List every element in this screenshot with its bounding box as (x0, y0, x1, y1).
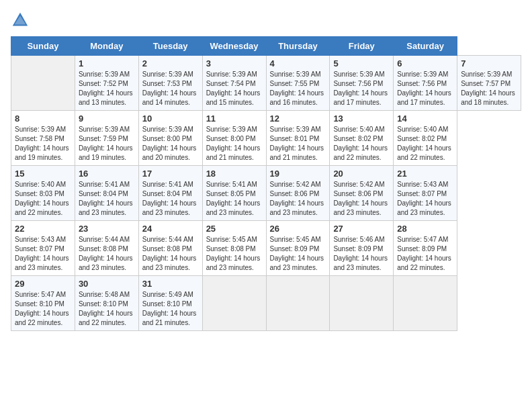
day-detail: Sunrise: 5:39 AM Sunset: 7:52 PM Dayligh… (79, 70, 135, 107)
day-detail: Sunrise: 5:39 AM Sunset: 7:58 PM Dayligh… (15, 125, 71, 163)
sunrise-text: Sunrise: 5:43 AM (15, 235, 71, 244)
sunrise-text: Sunrise: 5:40 AM (15, 180, 71, 189)
sunrise-text: Sunrise: 5:39 AM (142, 70, 199, 79)
day-number: 24 (142, 224, 199, 234)
day-detail: Sunrise: 5:39 AM Sunset: 7:56 PM Dayligh… (333, 70, 390, 107)
calendar-table: Sunday Monday Tuesday Wednesday Thursday… (11, 36, 521, 331)
header-row: Sunday Monday Tuesday Wednesday Thursday… (11, 37, 521, 56)
sunset-text: Sunset: 7:55 PM (270, 79, 326, 89)
day-detail: Sunrise: 5:49 AM Sunset: 8:10 PM Dayligh… (142, 290, 199, 328)
day-number: 4 (270, 58, 326, 68)
table-row: 15 Sunrise: 5:40 AM Sunset: 8:03 PM Dayl… (11, 166, 75, 221)
daylight-text: Daylight: 14 hours and 21 minutes. (270, 144, 326, 163)
day-number: 10 (142, 113, 199, 124)
sunrise-text: Sunrise: 5:39 AM (79, 70, 135, 79)
daylight-text: Daylight: 14 hours and 13 minutes. (79, 89, 135, 107)
day-number: 3 (206, 58, 263, 68)
daylight-text: Daylight: 14 hours and 22 minutes. (15, 309, 71, 328)
sunset-text: Sunset: 8:08 PM (206, 244, 263, 254)
sunrise-text: Sunrise: 5:44 AM (142, 235, 199, 244)
table-row: 22 Sunrise: 5:43 AM Sunset: 8:07 PM Dayl… (11, 221, 75, 276)
sunset-text: Sunset: 7:56 PM (397, 79, 453, 89)
sunrise-text: Sunrise: 5:39 AM (142, 125, 199, 134)
day-detail: Sunrise: 5:39 AM Sunset: 7:57 PM Dayligh… (461, 70, 517, 107)
table-row: 11 Sunrise: 5:39 AM Sunset: 8:00 PM Dayl… (202, 111, 266, 166)
day-detail: Sunrise: 5:45 AM Sunset: 8:08 PM Dayligh… (206, 235, 263, 273)
table-row: 23 Sunrise: 5:44 AM Sunset: 8:08 PM Dayl… (75, 221, 138, 276)
table-row (202, 276, 266, 331)
day-detail: Sunrise: 5:39 AM Sunset: 8:00 PM Dayligh… (206, 125, 263, 163)
day-detail: Sunrise: 5:39 AM Sunset: 7:53 PM Dayligh… (142, 70, 199, 107)
day-detail: Sunrise: 5:48 AM Sunset: 8:10 PM Dayligh… (79, 290, 135, 328)
table-row (394, 276, 457, 331)
sunrise-text: Sunrise: 5:44 AM (79, 235, 135, 244)
day-detail: Sunrise: 5:39 AM Sunset: 8:00 PM Dayligh… (142, 125, 199, 163)
sunrise-text: Sunrise: 5:45 AM (270, 235, 326, 244)
table-row: 1 Sunrise: 5:39 AM Sunset: 7:52 PM Dayli… (75, 56, 138, 111)
table-row: 2 Sunrise: 5:39 AM Sunset: 7:53 PM Dayli… (138, 56, 202, 111)
sunset-text: Sunset: 7:53 PM (142, 79, 199, 89)
sunset-text: Sunset: 8:04 PM (142, 189, 199, 199)
sunrise-text: Sunrise: 5:49 AM (142, 290, 199, 300)
table-row: 19 Sunrise: 5:42 AM Sunset: 8:06 PM Dayl… (266, 166, 330, 221)
col-wednesday: Wednesday (202, 37, 266, 56)
day-detail: Sunrise: 5:42 AM Sunset: 8:06 PM Dayligh… (333, 180, 390, 218)
sunrise-text: Sunrise: 5:41 AM (142, 180, 199, 189)
daylight-text: Daylight: 14 hours and 23 minutes. (206, 254, 263, 273)
day-detail: Sunrise: 5:41 AM Sunset: 8:04 PM Dayligh… (142, 180, 199, 218)
table-row: 21 Sunrise: 5:43 AM Sunset: 8:07 PM Dayl… (394, 166, 457, 221)
day-number: 28 (397, 224, 453, 234)
sunrise-text: Sunrise: 5:41 AM (79, 180, 135, 189)
day-detail: Sunrise: 5:39 AM Sunset: 7:59 PM Dayligh… (79, 125, 135, 163)
sunrise-text: Sunrise: 5:42 AM (333, 180, 390, 189)
sunrise-text: Sunrise: 5:42 AM (270, 180, 326, 189)
daylight-text: Daylight: 14 hours and 19 minutes. (15, 144, 71, 163)
sunset-text: Sunset: 8:00 PM (142, 134, 199, 144)
day-number: 6 (397, 58, 453, 68)
table-row: 30 Sunrise: 5:48 AM Sunset: 8:10 PM Dayl… (75, 276, 138, 331)
day-detail: Sunrise: 5:42 AM Sunset: 8:06 PM Dayligh… (270, 180, 326, 218)
sunrise-text: Sunrise: 5:39 AM (15, 125, 71, 134)
sunrise-text: Sunrise: 5:47 AM (15, 290, 71, 300)
sunrise-text: Sunrise: 5:40 AM (397, 125, 453, 134)
sunset-text: Sunset: 8:00 PM (206, 134, 263, 144)
table-row: 20 Sunrise: 5:42 AM Sunset: 8:06 PM Dayl… (330, 166, 394, 221)
daylight-text: Daylight: 14 hours and 22 minutes. (397, 144, 453, 163)
daylight-text: Daylight: 14 hours and 23 minutes. (142, 199, 199, 218)
table-row: 24 Sunrise: 5:44 AM Sunset: 8:08 PM Dayl… (138, 221, 202, 276)
day-detail: Sunrise: 5:46 AM Sunset: 8:09 PM Dayligh… (333, 235, 390, 273)
daylight-text: Daylight: 14 hours and 23 minutes. (333, 254, 390, 273)
calendar-body: 1 Sunrise: 5:39 AM Sunset: 7:52 PM Dayli… (11, 56, 521, 331)
table-row: 26 Sunrise: 5:45 AM Sunset: 8:09 PM Dayl… (266, 221, 330, 276)
daylight-text: Daylight: 14 hours and 23 minutes. (397, 199, 453, 218)
sunset-text: Sunset: 8:07 PM (15, 244, 71, 254)
day-number: 2 (142, 58, 199, 68)
sunset-text: Sunset: 8:08 PM (142, 244, 199, 254)
sunset-text: Sunset: 7:58 PM (15, 134, 71, 144)
day-number: 29 (15, 279, 71, 289)
day-number: 9 (79, 113, 135, 124)
day-detail: Sunrise: 5:39 AM Sunset: 7:56 PM Dayligh… (397, 70, 453, 107)
sunrise-text: Sunrise: 5:47 AM (397, 235, 453, 244)
day-number: 7 (461, 58, 517, 68)
sunrise-text: Sunrise: 5:46 AM (333, 235, 390, 244)
daylight-text: Daylight: 14 hours and 22 minutes. (397, 254, 453, 273)
day-number: 11 (206, 113, 263, 124)
sunset-text: Sunset: 8:09 PM (270, 244, 326, 254)
table-row: 25 Sunrise: 5:45 AM Sunset: 8:08 PM Dayl… (202, 221, 266, 276)
sunrise-text: Sunrise: 5:39 AM (333, 70, 390, 79)
day-number: 31 (142, 279, 199, 289)
day-number: 5 (333, 58, 390, 68)
table-row: 5 Sunrise: 5:39 AM Sunset: 7:56 PM Dayli… (330, 56, 394, 111)
day-detail: Sunrise: 5:40 AM Sunset: 8:02 PM Dayligh… (397, 125, 453, 163)
logo-icon (11, 11, 30, 30)
table-row: 31 Sunrise: 5:49 AM Sunset: 8:10 PM Dayl… (138, 276, 202, 331)
logo (11, 11, 32, 30)
day-number: 23 (79, 224, 135, 234)
day-detail: Sunrise: 5:41 AM Sunset: 8:05 PM Dayligh… (206, 180, 263, 218)
day-detail: Sunrise: 5:44 AM Sunset: 8:08 PM Dayligh… (142, 235, 199, 273)
calendar-header: Sunday Monday Tuesday Wednesday Thursday… (11, 37, 521, 56)
sunrise-text: Sunrise: 5:40 AM (333, 125, 390, 134)
day-number: 1 (79, 58, 135, 68)
day-number: 20 (333, 169, 390, 179)
